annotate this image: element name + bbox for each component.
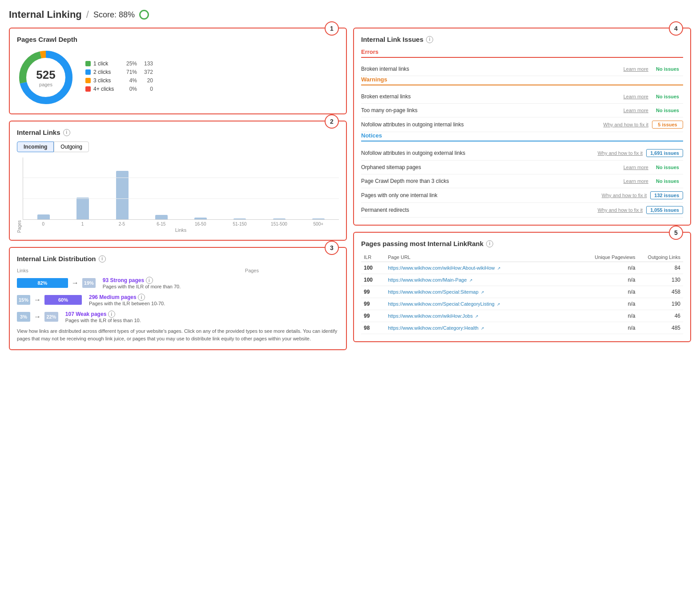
issue-link[interactable]: Learn more — [624, 66, 648, 72]
issue-name: Broken internal links — [361, 66, 620, 72]
x-label: 16-50 — [184, 222, 217, 226]
bar-col — [262, 218, 296, 219]
legend-pct: 0% — [123, 86, 137, 92]
card5-info-icon[interactable]: i — [486, 240, 493, 247]
dist-bar-right: 60% — [44, 295, 82, 305]
issue-row: Pages with only one internal link Why an… — [361, 188, 683, 203]
bars-container — [23, 158, 339, 220]
tabs-row: IncomingOutgoing — [17, 141, 339, 152]
table-row: 100 https://www.wikihow.com/wikiHow:Abou… — [361, 262, 683, 274]
external-link-icon: ↗ — [497, 266, 501, 271]
issue-link[interactable]: Why and how to fix it — [598, 150, 643, 156]
issue-link[interactable]: Learn more — [624, 94, 648, 99]
issue-row: Nofollow attributes in outgoing external… — [361, 146, 683, 161]
y-axis-label: Pages — [17, 220, 22, 233]
tab-incoming[interactable]: Incoming — [17, 141, 54, 152]
issues-section-warnings: Warnings — [361, 76, 683, 85]
issue-link[interactable]: Learn more — [624, 178, 648, 184]
issue-badge[interactable]: 5 issues — [652, 121, 683, 129]
issues-section-notices: Notices — [361, 132, 683, 141]
issue-badge[interactable]: 1,055 issues — [646, 206, 683, 214]
issue-link[interactable]: Learn more — [624, 108, 648, 113]
x-label: 51-150 — [223, 222, 257, 226]
legend-label: 2 clicks — [93, 69, 120, 75]
main-grid: 1 Pages Crawl Depth — [9, 28, 691, 350]
lr-ilr: 99 — [361, 286, 385, 298]
issue-badge[interactable]: No issues — [652, 164, 683, 171]
lr-url[interactable]: https://www.wikihow.com/Category:Health — [388, 325, 479, 331]
legend-pct: 71% — [123, 69, 137, 75]
issue-badge[interactable]: 132 issues — [650, 191, 683, 199]
dist-label-wrap: 296 Medium pages i Pages with the ILR be… — [89, 294, 165, 306]
lr-url[interactable]: https://www.wikihow.com/Special:Category… — [388, 301, 495, 307]
col-url: Page URL — [385, 253, 585, 262]
right-column: 4 Internal Link Issues i Errors Broken i… — [353, 28, 691, 350]
legend-val: 372 — [140, 69, 153, 75]
col-views: Unique Pageviews — [585, 253, 638, 262]
dist-headers: Links Pages — [17, 268, 339, 273]
issue-link[interactable]: Why and how to fix it — [602, 193, 647, 198]
dist-bar-left: 3% — [17, 312, 30, 322]
dist-rows: 82% → 19% 93 Strong pages i Pages with t… — [17, 277, 339, 323]
lr-views: n/a — [585, 286, 638, 298]
lr-views: n/a — [585, 262, 638, 274]
dist-row: 3% → 22% 107 Weak pages i Pages with the… — [17, 311, 339, 323]
table-row: 99 https://www.wikihow.com/wikiHow:Jobs … — [361, 310, 683, 322]
issue-name: Nofollow attributes in outgoing internal… — [361, 121, 600, 128]
issue-badge[interactable]: No issues — [652, 178, 683, 185]
legend-pct: 25% — [123, 61, 137, 67]
dist-info-icon[interactable]: i — [138, 294, 145, 301]
dist-row: 82% → 19% 93 Strong pages i Pages with t… — [17, 277, 339, 289]
lr-url[interactable]: https://www.wikihow.com/wikiHow:Jobs — [388, 313, 473, 319]
card3-info-icon[interactable]: i — [99, 255, 106, 263]
issue-row: Page Crawl Depth more than 3 clicks Lear… — [361, 174, 683, 188]
page-title: Internal Linking — [9, 9, 82, 20]
issue-row: Broken internal links Learn more No issu… — [361, 62, 683, 76]
dist-arrow: → — [34, 296, 41, 304]
dist-label-bold: 107 Weak pages i — [65, 311, 141, 318]
legend-label: 4+ clicks — [93, 86, 120, 92]
dist-bar-right: 19% — [82, 278, 96, 288]
lr-links: 84 — [638, 262, 683, 274]
card-number-4: 4 — [669, 21, 683, 36]
issue-row: Nofollow attributes in outgoing internal… — [361, 117, 683, 132]
lr-ilr: 99 — [361, 310, 385, 322]
bar-col — [184, 218, 217, 219]
issue-badge[interactable]: 1,691 issues — [646, 149, 683, 157]
external-link-icon: ↗ — [469, 278, 473, 283]
x-label: 1 — [65, 222, 99, 226]
page-header: Internal Linking / Score: 88% — [9, 9, 691, 20]
lr-url[interactable]: https://www.wikihow.com/wikiHow:About-wi… — [388, 265, 495, 271]
dist-label-sub: Pages with the ILR of more than 70. — [103, 284, 181, 289]
issue-badge[interactable]: No issues — [652, 107, 683, 114]
dist-info-icon[interactable]: i — [108, 311, 115, 318]
card-internal-links: 2 Internal Links i IncomingOutgoing Page… — [9, 121, 347, 241]
legend-dot — [85, 78, 91, 83]
tab-outgoing[interactable]: Outgoing — [54, 141, 89, 152]
issue-name: Pages with only one internal link — [361, 192, 598, 198]
lr-views: n/a — [585, 310, 638, 322]
lr-url-cell: https://www.wikihow.com/wikiHow:Jobs ↗ — [385, 310, 585, 322]
card4-info-icon[interactable]: i — [426, 36, 433, 43]
donut-number: 525 — [36, 68, 55, 82]
legend-label: 3 clicks — [93, 77, 120, 84]
lr-url-cell: https://www.wikihow.com/wikiHow:About-wi… — [385, 262, 585, 274]
issue-row: Orphaned sitemap pages Learn more No iss… — [361, 161, 683, 174]
issue-link[interactable]: Why and how to fix it — [598, 207, 643, 213]
dist-label-bold: 93 Strong pages i — [103, 277, 181, 284]
lr-views: n/a — [585, 322, 638, 334]
x-axis-label: Links — [23, 227, 339, 233]
issue-badge[interactable]: No issues — [652, 93, 683, 100]
lr-url[interactable]: https://www.wikihow.com/Main-Page — [388, 277, 467, 283]
lr-url[interactable]: https://www.wikihow.com/Special:Sitemap — [388, 289, 479, 295]
issue-link[interactable]: Why and how to fix it — [603, 122, 649, 127]
dist-info-icon[interactable]: i — [146, 277, 153, 284]
issues-section-errors: Errors — [361, 48, 683, 58]
issue-badge[interactable]: No issues — [652, 65, 683, 73]
crawl-legend: 1 click 25% 133 2 clicks 71% 372 3 click… — [85, 61, 153, 94]
x-label: 151-500 — [262, 222, 296, 226]
bar-col — [145, 215, 178, 219]
donut-chart: 525 pages — [17, 48, 75, 106]
issue-link[interactable]: Learn more — [624, 165, 648, 170]
card2-info-icon[interactable]: i — [63, 129, 70, 136]
